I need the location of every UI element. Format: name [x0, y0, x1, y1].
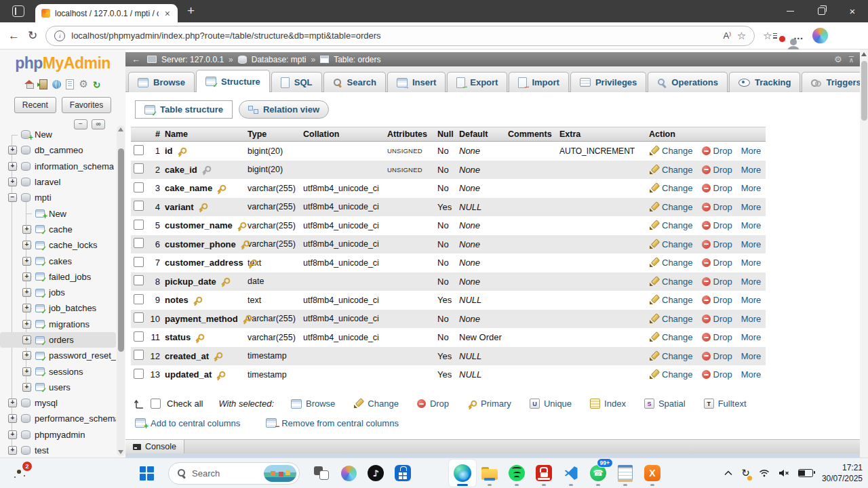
copilot-icon[interactable] [812, 28, 828, 43]
edge-button[interactable] [449, 460, 476, 487]
table-structure-subtab[interactable]: Table structure [135, 100, 233, 119]
change-link[interactable]: Change [649, 258, 693, 268]
back-button[interactable]: ← [8, 30, 20, 41]
row-checkbox[interactable] [134, 257, 144, 267]
drop-link[interactable]: Drop [702, 351, 732, 361]
window-restore-button[interactable] [806, 0, 837, 22]
tree-item[interactable]: + mysql [0, 395, 116, 411]
page-settings-icon[interactable]: ⚙ [834, 55, 842, 64]
column-collation[interactable]: utf8mb4_unicode_ci [303, 239, 387, 249]
volume-muted-icon[interactable] [778, 469, 789, 477]
drop-link[interactable]: Drop [702, 258, 732, 268]
more-link[interactable]: More [741, 165, 762, 175]
gear-icon[interactable]: ⚙ [79, 79, 87, 89]
content-scrollbar-thumb[interactable] [861, 61, 867, 121]
xampp-button[interactable]: X [639, 460, 666, 487]
tree-expander-icon[interactable]: + [8, 178, 17, 186]
row-checkbox[interactable] [134, 275, 144, 285]
more-link[interactable]: More [741, 258, 762, 268]
vscode-button[interactable] [557, 460, 585, 487]
tree-item[interactable]: + cakes [0, 253, 116, 268]
change-link[interactable]: Change [649, 295, 693, 305]
battery-icon[interactable] [798, 469, 813, 477]
tree-item[interactable]: + password_reset_tokens [0, 348, 116, 363]
home-icon[interactable] [24, 80, 35, 89]
selected-action-button[interactable]: Change [353, 399, 399, 409]
change-link[interactable]: Change [649, 369, 693, 380]
new-tab-button[interactable]: + [187, 4, 195, 17]
search-highlight-image[interactable] [264, 465, 296, 482]
selected-action-button[interactable]: Spatial [644, 399, 686, 409]
tree-item[interactable]: + users [0, 380, 116, 395]
wifi-icon[interactable] [759, 469, 770, 477]
column-collation[interactable]: utf8mb4_unicode_ci [303, 333, 387, 342]
scroll-up-icon[interactable] [861, 52, 867, 56]
taskbar-search[interactable]: Search [168, 462, 300, 485]
drop-link[interactable]: Drop [702, 277, 732, 287]
relation-view-subtab[interactable]: Relation view [239, 100, 329, 119]
pma-tab[interactable]: Triggers [802, 72, 868, 92]
drop-link[interactable]: Drop [702, 332, 732, 342]
refresh-icon[interactable]: ↻ [93, 80, 101, 89]
pma-tab[interactable]: Privileges [570, 72, 646, 92]
notepad-button[interactable] [612, 460, 639, 487]
scroll-down-icon[interactable] [118, 450, 123, 454]
tree-expander-icon[interactable]: + [22, 383, 31, 392]
more-link[interactable]: More [741, 295, 762, 305]
remove-central-columns-link[interactable]: Remove from central columns [266, 418, 399, 428]
window-close-button[interactable]: × [837, 0, 868, 22]
widgets-button[interactable]: 2 [11, 464, 30, 483]
more-link[interactable]: More [741, 314, 762, 324]
task-view-button[interactable] [308, 460, 335, 487]
row-checkbox[interactable] [134, 163, 144, 174]
drop-link[interactable]: Drop [702, 220, 732, 230]
tree-item[interactable]: + cache [0, 222, 116, 237]
row-checkbox[interactable] [134, 201, 144, 211]
tray-chevron-up-icon[interactable] [724, 470, 732, 476]
tree-item[interactable]: New [0, 205, 116, 221]
tree-expander-icon[interactable]: + [8, 146, 17, 155]
tree-expander-icon[interactable]: + [8, 162, 17, 171]
taskbar-clock[interactable]: 17:21 30/07/2025 [822, 462, 863, 484]
selected-action-button[interactable]: Drop [417, 399, 449, 409]
browser-tab[interactable]: localhost / 127.0.0.1 / mpti / orde × [35, 4, 178, 22]
selected-action-button[interactable]: Primary [467, 399, 511, 409]
site-info-icon[interactable]: i [54, 30, 65, 41]
change-link[interactable]: Change [649, 239, 693, 249]
check-all-label[interactable]: Check all [167, 399, 203, 409]
selected-action-button[interactable]: Unique [530, 399, 572, 409]
tab-actions-icon[interactable] [12, 5, 24, 17]
tree-item[interactable]: + job_batches [0, 300, 116, 316]
tree-expander-icon[interactable]: + [22, 257, 31, 266]
check-all-checkbox[interactable] [151, 399, 161, 409]
column-collation[interactable]: utf8mb4_unicode_ci [303, 314, 387, 323]
tree-item[interactable]: + db_cammeo [0, 142, 116, 158]
tab-close-icon[interactable]: × [163, 9, 172, 18]
pma-tab[interactable]: Browse [128, 72, 195, 92]
nav-panel-toggle-icon[interactable]: ← [132, 54, 140, 64]
more-link[interactable]: More [741, 369, 762, 380]
favorites-bar-icon[interactable]: ☆ [763, 30, 776, 42]
row-checkbox[interactable] [134, 369, 144, 379]
row-checkbox[interactable] [134, 220, 144, 230]
tree-expander-icon[interactable]: + [8, 414, 17, 423]
row-checkbox[interactable] [134, 182, 144, 192]
column-collation[interactable]: utf8mb4_unicode_ci [303, 296, 387, 305]
microsoft-store-button[interactable] [389, 460, 416, 487]
tree-item[interactable]: + laravel [0, 174, 116, 190]
change-link[interactable]: Change [649, 220, 693, 230]
row-checkbox[interactable] [134, 331, 144, 342]
tree-expander-icon[interactable]: + [22, 241, 31, 249]
column-collation[interactable]: utf8mb4_unicode_ci [303, 202, 387, 211]
tree-expander-icon[interactable]: − [8, 193, 17, 202]
column-collation[interactable]: utf8mb4_unicode_ci [303, 184, 387, 193]
change-link[interactable]: Change [649, 165, 693, 175]
collapse-panel-icon[interactable]: ∧ [849, 56, 854, 63]
tree-expander-icon[interactable]: + [22, 304, 31, 312]
tree-item[interactable]: + jobs [0, 285, 116, 300]
row-checkbox[interactable] [134, 350, 144, 360]
tree-item[interactable]: + phpmyadmin [0, 427, 116, 443]
tiktok-button[interactable]: ♪ [362, 460, 389, 487]
read-aloud-icon[interactable]: A) [723, 30, 730, 41]
scroll-up-icon[interactable] [118, 127, 123, 131]
